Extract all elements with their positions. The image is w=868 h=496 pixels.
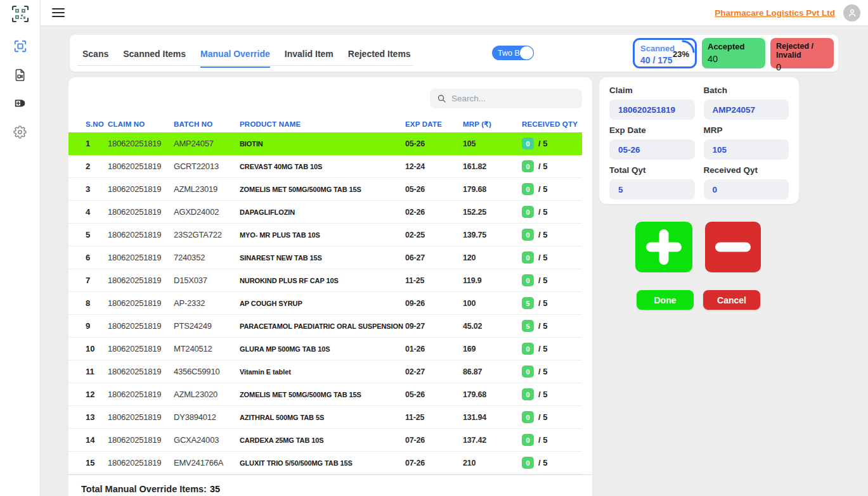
cell-mrp: 105	[463, 139, 522, 148]
search-input[interactable]	[451, 94, 569, 103]
table-row[interactable]: 518062025181923S2GTA722MYO- MR PLUS TAB …	[68, 224, 582, 246]
column-header[interactable]: S.NO	[86, 120, 108, 128]
tab-scans[interactable]: Scans	[82, 39, 108, 68]
scanned-stat-card[interactable]: Scanned 40 / 175 23%	[633, 38, 697, 68]
cell-mrp: 139.75	[463, 231, 522, 239]
table-row[interactable]: 4180620251819AGXD24002DAPAGLIFLOZIN02-26…	[68, 201, 582, 224]
cell-sno: 14	[86, 435, 108, 445]
table-row[interactable]: 12180620251819AZML23020ZOMELIS MET 50MG/…	[68, 383, 582, 406]
cancel-button[interactable]: Cancel	[703, 290, 760, 310]
total-qty-field-value[interactable]: 5	[609, 179, 695, 200]
done-button[interactable]: Done	[637, 290, 694, 310]
app-root: Pharmacare Logistics Pvt Ltd ScansScanne…	[0, 0, 868, 496]
cell-batch: D15X037	[174, 276, 240, 285]
increment-button[interactable]	[635, 222, 692, 272]
cell-sno: 11	[86, 367, 108, 376]
tab-manual-override[interactable]: Manual Override	[200, 39, 270, 68]
batch-field: Batch AMP24057	[704, 86, 789, 120]
cell-received-qty: 0/ 5	[522, 229, 582, 241]
cell-batch: 4356C59910	[174, 367, 240, 376]
file-video-icon[interactable]	[12, 67, 29, 83]
received-qty-badge: 5	[522, 297, 534, 309]
cell-sno: 2	[86, 162, 108, 171]
cell-product: AP COUGH SYRUP	[240, 300, 405, 307]
table-row[interactable]: 8180620251819AP-2332AP COUGH SYRUP09-261…	[68, 292, 582, 315]
cell-mrp: 120	[463, 253, 522, 262]
qty-total: / 5	[538, 276, 547, 285]
decrement-button[interactable]	[705, 222, 761, 272]
cell-product: NUROKIND PLUS RF CAP 10S	[240, 277, 405, 284]
tab-scanned-items[interactable]: Scanned Items	[123, 39, 186, 68]
cell-claim: 180620251819	[108, 207, 174, 217]
table-row[interactable]: 10180620251819MT240512GLURA MP 500MG TAB…	[68, 338, 582, 360]
received-qty-field-value[interactable]: 0	[704, 179, 789, 200]
cell-received-qty: 0/ 5	[522, 388, 582, 400]
table-row[interactable]: 13180620251819DY3894012AZITHRAL 500MG TA…	[68, 406, 582, 429]
cell-sno: 4	[86, 207, 108, 217]
mrp-field-label: MRP	[704, 125, 789, 135]
cell-mrp: 152.25	[463, 208, 522, 217]
total-items-label: Total Manual Override Items:	[81, 484, 207, 494]
table-row[interactable]: 61806202518197240352SINAREST NEW TAB 15S…	[68, 246, 582, 269]
mrp-field-value[interactable]: 105	[704, 139, 789, 160]
cell-product: GLURA MP 500MG TAB 10S	[240, 345, 405, 353]
table-row[interactable]: 15180620251819EMV241766AGLUXIT TRIO 5/50…	[68, 452, 582, 474]
accepted-stat-card[interactable]: Accepted 40	[702, 38, 765, 68]
tab-invalid-item[interactable]: Invalid Item	[285, 39, 334, 68]
rejected-stat-card[interactable]: Rejected / Invalid 0	[770, 38, 834, 68]
column-header[interactable]: PRODUCT NAME	[240, 120, 405, 128]
batch-field-value[interactable]: AMP24057	[704, 99, 789, 120]
table-row[interactable]: 2180620251819GCRT22013CREVAST 40MG TAB 1…	[68, 155, 582, 178]
cell-exp: 06-27	[405, 253, 463, 262]
received-qty-badge: 0	[522, 137, 534, 149]
column-header[interactable]: EXP DATE	[405, 120, 463, 128]
qty-total: / 5	[538, 412, 547, 422]
cell-mrp: 161.82	[463, 162, 522, 171]
accepted-label: Accepted	[708, 42, 760, 51]
cell-product: Vitamin E tablet	[240, 368, 405, 376]
cell-batch: 23S2GTA722	[174, 230, 240, 239]
claim-field-value[interactable]: 180620251819	[609, 99, 695, 120]
table-row[interactable]: 9180620251819PTS24249PARACETAMOL PAEDIAT…	[68, 315, 582, 338]
column-header[interactable]: MRP (₹)	[463, 120, 522, 129]
tabs-stats-card: ScansScanned ItemsManual OverrideInvalid…	[70, 35, 838, 72]
cell-exp: 05-26	[405, 390, 463, 399]
tab-rejected-items[interactable]: Rejected Items	[348, 39, 411, 68]
hamburger-icon[interactable]	[52, 8, 65, 17]
cell-claim: 180620251819	[108, 162, 174, 171]
qty-total: / 5	[538, 253, 547, 262]
gear-icon[interactable]	[12, 124, 29, 140]
table-row[interactable]: 1180620251819AMP24057BIOTIN05-261050/ 5	[68, 132, 582, 155]
exp-date-field-value[interactable]: 05-26	[609, 139, 695, 160]
cell-exp: 09-27	[405, 322, 463, 331]
cell-claim: 180620251819	[108, 321, 174, 331]
avatar[interactable]	[843, 4, 860, 22]
scan-icon[interactable]	[12, 38, 29, 54]
two-box-toggle[interactable]: Two Box	[492, 46, 534, 60]
progress-arc-icon	[681, 39, 696, 54]
table-row[interactable]: 7180620251819D15X037NUROKIND PLUS RF CAP…	[68, 269, 582, 292]
tabs-divider	[77, 65, 413, 66]
column-header[interactable]: BATCH NO	[174, 120, 240, 128]
table-row[interactable]: 14180620251819GCXA24003CARDEXA 25MG TAB …	[68, 429, 582, 452]
total-qty-field-label: Total Qyt	[609, 165, 695, 175]
cell-batch: MT240512	[174, 344, 240, 353]
column-header[interactable]: CLAIM NO	[108, 120, 174, 128]
company-link[interactable]: Pharmacare Logistics Pvt Ltd	[715, 8, 835, 18]
cell-product: PARACETAMOL PAEDIATRIC ORAL SUSPENSION I…	[240, 322, 405, 330]
box-icon[interactable]	[12, 95, 29, 111]
claim-field: Claim 180620251819	[609, 86, 695, 120]
received-qty-badge: 0	[522, 229, 534, 241]
cell-exp: 05-26	[405, 185, 463, 194]
received-qty-field-label: Received Qyt	[704, 165, 789, 175]
table-row[interactable]: 3180620251819AZML23019ZOMELIS MET 50MG/5…	[68, 178, 582, 201]
received-qty-badge: 0	[522, 274, 534, 286]
cell-batch: AMP24057	[174, 139, 240, 148]
cell-received-qty: 0/ 5	[522, 137, 582, 149]
column-header[interactable]: RECEIVED QTY	[522, 120, 582, 128]
search-icon	[437, 94, 446, 103]
cell-received-qty: 5/ 5	[522, 297, 582, 309]
cell-claim: 180620251819	[108, 276, 174, 285]
qty-total: / 5	[538, 298, 547, 308]
table-row[interactable]: 111806202518194356C59910Vitamin E tablet…	[68, 360, 582, 383]
